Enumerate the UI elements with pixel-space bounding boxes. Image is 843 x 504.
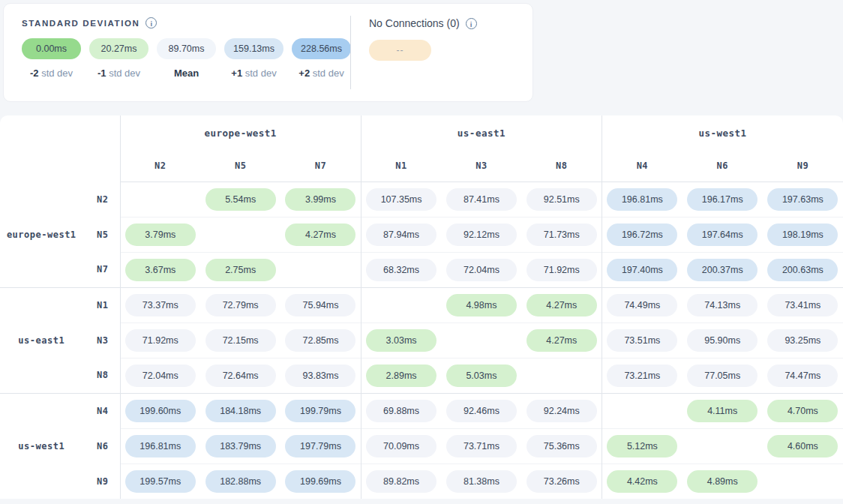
- latency-pill: 182.88ms: [206, 470, 276, 493]
- latency-pill: 92.12ms: [446, 224, 517, 246]
- matrix-cell[interactable]: 4.42ms: [602, 464, 682, 499]
- row-node-label: N3: [83, 335, 120, 346]
- matrix-cell[interactable]: 196.81ms: [120, 428, 200, 464]
- column-group-header: us-east1: [361, 116, 602, 150]
- info-icon[interactable]: i: [466, 18, 477, 29]
- matrix-cell[interactable]: 87.41ms: [441, 182, 521, 217]
- matrix-cell[interactable]: 72.64ms: [200, 358, 280, 393]
- matrix-cell[interactable]: 199.57ms: [120, 464, 200, 499]
- matrix-cell[interactable]: 71.92ms: [521, 252, 602, 287]
- latency-pill: 74.13ms: [687, 294, 758, 316]
- latency-pill: 68.32ms: [366, 259, 436, 281]
- row-node-label: N4: [83, 406, 120, 416]
- latency-pill: 200.37ms: [687, 259, 758, 281]
- matrix-cell[interactable]: 4.89ms: [682, 464, 763, 499]
- latency-pill: 72.04ms: [446, 259, 517, 281]
- matrix-cell[interactable]: 183.79ms: [200, 428, 280, 464]
- matrix-cell[interactable]: 75.94ms: [280, 287, 361, 322]
- matrix-cell[interactable]: 5.54ms: [200, 182, 280, 217]
- matrix-cell[interactable]: 71.92ms: [120, 322, 200, 358]
- matrix-cell[interactable]: 92.12ms: [441, 217, 521, 252]
- matrix-cell[interactable]: 70.09ms: [361, 428, 441, 464]
- matrix-cell[interactable]: 92.46ms: [441, 393, 521, 428]
- matrix-cell[interactable]: 71.73ms: [521, 217, 602, 252]
- matrix-cell[interactable]: 2.89ms: [361, 358, 441, 393]
- matrix-cell[interactable]: 199.60ms: [120, 393, 200, 428]
- matrix-cell[interactable]: 3.99ms: [280, 182, 361, 217]
- matrix-cell[interactable]: 197.64ms: [682, 217, 763, 252]
- matrix-cell[interactable]: 87.94ms: [361, 217, 441, 252]
- matrix-cell[interactable]: 68.32ms: [361, 252, 441, 287]
- matrix-cell[interactable]: 74.47ms: [763, 358, 843, 393]
- matrix-cell[interactable]: 199.69ms: [280, 464, 361, 499]
- matrix-cell[interactable]: 3.79ms: [120, 217, 200, 252]
- matrix-cell[interactable]: 4.27ms: [521, 322, 602, 358]
- matrix-cell[interactable]: 184.18ms: [200, 393, 280, 428]
- latency-pill: 74.47ms: [767, 364, 838, 387]
- matrix-cell[interactable]: 73.37ms: [120, 287, 200, 322]
- row-node-label: N5: [83, 230, 120, 240]
- latency-pill: 72.04ms: [125, 364, 196, 387]
- matrix-cell[interactable]: 73.21ms: [602, 358, 682, 393]
- column-node-header: N3: [441, 150, 521, 182]
- row-label: N2: [0, 182, 120, 217]
- latency-pill: 72.15ms: [206, 329, 276, 352]
- matrix-cell[interactable]: 72.85ms: [280, 322, 361, 358]
- matrix-cell[interactable]: 93.83ms: [280, 358, 361, 393]
- latency-pill: 87.41ms: [446, 188, 517, 211]
- matrix-cell[interactable]: 72.04ms: [441, 252, 521, 287]
- table-row: us-east1N371.92ms72.15ms72.85ms3.03ms4.2…: [0, 322, 843, 358]
- matrix-cell[interactable]: 72.15ms: [200, 322, 280, 358]
- matrix-cell[interactable]: 72.04ms: [120, 358, 200, 393]
- matrix-cell[interactable]: 73.51ms: [602, 322, 682, 358]
- matrix-cell[interactable]: 73.71ms: [441, 428, 521, 464]
- matrix-cell[interactable]: 197.63ms: [763, 182, 843, 217]
- matrix-cell[interactable]: 92.51ms: [521, 182, 602, 217]
- matrix-cell[interactable]: 4.98ms: [441, 287, 521, 322]
- latency-pill: 197.63ms: [767, 188, 838, 211]
- matrix-cell[interactable]: 74.13ms: [682, 287, 763, 322]
- matrix-cell[interactable]: 198.19ms: [763, 217, 843, 252]
- latency-pill: 197.79ms: [285, 435, 356, 458]
- matrix-cell[interactable]: 93.25ms: [763, 322, 843, 358]
- matrix-cell[interactable]: 81.38ms: [441, 464, 521, 499]
- matrix-cell[interactable]: 4.27ms: [521, 287, 602, 322]
- matrix-cell[interactable]: 200.37ms: [682, 252, 763, 287]
- matrix-cell[interactable]: 196.72ms: [602, 217, 682, 252]
- matrix-cell[interactable]: 196.81ms: [602, 182, 682, 217]
- latency-pill: 196.81ms: [607, 188, 677, 211]
- matrix-cell[interactable]: 107.35ms: [361, 182, 441, 217]
- row-label: N4: [0, 393, 120, 428]
- matrix-cell[interactable]: 73.26ms: [521, 464, 602, 499]
- matrix-cell[interactable]: 92.24ms: [521, 393, 602, 428]
- matrix-cell[interactable]: 89.82ms: [361, 464, 441, 499]
- matrix-cell[interactable]: 4.11ms: [682, 393, 763, 428]
- matrix-cell[interactable]: 196.17ms: [682, 182, 763, 217]
- matrix-cell[interactable]: 5.12ms: [602, 428, 682, 464]
- matrix-cell[interactable]: 72.79ms: [200, 287, 280, 322]
- matrix-cell[interactable]: 3.67ms: [120, 252, 200, 287]
- matrix-cell[interactable]: 75.36ms: [521, 428, 602, 464]
- matrix-cell[interactable]: 4.70ms: [763, 393, 843, 428]
- matrix-cell[interactable]: 197.79ms: [280, 428, 361, 464]
- matrix-cell[interactable]: 74.49ms: [602, 287, 682, 322]
- matrix-cell[interactable]: 199.79ms: [280, 393, 361, 428]
- latency-pill: 73.71ms: [446, 435, 517, 458]
- matrix-cell[interactable]: 77.05ms: [682, 358, 763, 393]
- legend-card: STANDARD DEVIATION i 0.00ms-2 std dev20.…: [3, 3, 533, 102]
- matrix-cell[interactable]: 2.75ms: [200, 252, 280, 287]
- matrix-cell[interactable]: 197.40ms: [602, 252, 682, 287]
- legend-item: 20.27ms-1 std dev: [89, 38, 148, 79]
- column-node-header: N5: [200, 150, 280, 182]
- matrix-cell[interactable]: 182.88ms: [200, 464, 280, 499]
- matrix-cell[interactable]: 4.27ms: [280, 217, 361, 252]
- matrix-cell[interactable]: 95.90ms: [682, 322, 763, 358]
- info-icon[interactable]: i: [146, 17, 157, 28]
- matrix-cell[interactable]: 5.03ms: [441, 358, 521, 393]
- matrix-cell[interactable]: 69.88ms: [361, 393, 441, 428]
- matrix-cell[interactable]: 73.41ms: [763, 287, 843, 322]
- column-group-header: us-west1: [602, 116, 843, 150]
- matrix-cell[interactable]: 200.63ms: [763, 252, 843, 287]
- matrix-cell[interactable]: 4.60ms: [763, 428, 843, 464]
- matrix-cell[interactable]: 3.03ms: [361, 322, 441, 358]
